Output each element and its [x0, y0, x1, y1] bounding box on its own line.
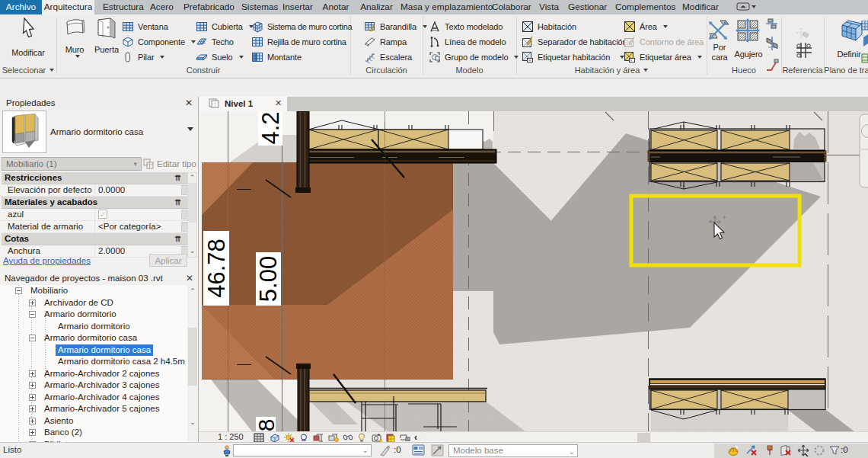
svg-text:46.78: 46.78 [203, 239, 230, 298]
svg-text:8: 8 [254, 419, 279, 432]
svg-text:5.00: 5.00 [255, 256, 282, 302]
svg-text:4.2: 4.2 [257, 111, 284, 144]
